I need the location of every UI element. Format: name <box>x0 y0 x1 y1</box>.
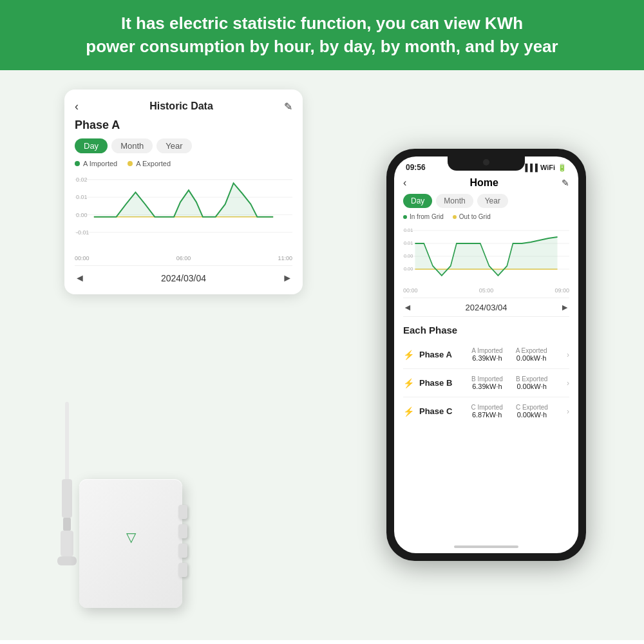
tab-bar: Day Month Year <box>75 138 292 153</box>
phase-row-b[interactable]: ⚡ Phase B B Imported 6.39kW·h B Exported… <box>403 369 569 397</box>
each-phase-title: Each Phase <box>403 325 569 336</box>
card-edit-button[interactable]: ✎ <box>284 100 292 113</box>
device-button-2[interactable] <box>178 524 187 538</box>
x-label-1: 06:00 <box>176 255 191 261</box>
legend-exported: A Exported <box>128 160 171 167</box>
phase-b-imported-value: 6.39kW·h <box>471 383 503 390</box>
phase-a-label: Phase A <box>75 118 292 132</box>
phase-row-a[interactable]: ⚡ Phase A A Imported 6.39kW·h A Exported… <box>403 341 569 369</box>
historic-data-card: ‹ Historic Data ✎ Phase A Day Month Year… <box>64 90 303 294</box>
legend-imported-label: A Imported <box>83 160 117 167</box>
device-button-1[interactable] <box>178 505 187 519</box>
phase-a-values: A Imported 6.39kW·h A Exported 0.00kW·h <box>471 347 547 362</box>
phone-nav-title: Home <box>469 177 498 189</box>
phase-c-values: C Imported 6.87kW·h C Exported 0.00kW·h <box>471 404 548 419</box>
device-button-4[interactable] <box>178 563 187 577</box>
phase-b-left: ⚡ Phase B <box>403 378 452 388</box>
device-button-3[interactable] <box>178 544 187 558</box>
phase-a-left: ⚡ Phase A <box>403 350 452 360</box>
phone-screen: 09:56 ▐▐▐ WiFi 🔋 ‹ Home ✎ <box>394 156 578 553</box>
right-section: 09:56 ▐▐▐ WiFi 🔋 ‹ Home ✎ <box>377 78 596 632</box>
phone-date-next[interactable]: ► <box>560 302 569 312</box>
phase-b-exported-label: B Exported <box>516 375 547 383</box>
phase-a-exported-value: 0.00kW·h <box>516 354 547 362</box>
phone-x-0: 00:00 <box>403 287 418 294</box>
phone-date-prev[interactable]: ◄ <box>403 302 412 312</box>
card-title: Historic Data <box>149 100 213 112</box>
phase-b-exported-value: 0.00kW·h <box>516 383 547 390</box>
phase-a-imported-value: 6.39kW·h <box>471 354 502 362</box>
phase-c-exported-value: 0.00kW·h <box>516 411 548 419</box>
header-line2: power consumption by hour, by day, by mo… <box>86 37 558 56</box>
svg-text:0.00: 0.00 <box>404 266 413 272</box>
device-buttons <box>178 505 187 577</box>
svg-text:0.01: 0.01 <box>76 193 87 200</box>
phase-c-icon: ⚡ <box>403 406 414 417</box>
phone-date-nav: ◄ 2024/03/04 ► <box>403 298 569 317</box>
device-logo-icon: ▽ <box>126 529 136 545</box>
phone-x-1: 05:00 <box>479 287 494 294</box>
wifi-icon: WiFi <box>540 164 555 171</box>
device-area: ▽ <box>61 363 254 608</box>
phase-row-c[interactable]: ⚡ Phase C C Imported 6.87kW·h C Exported… <box>403 397 569 425</box>
battery-icon: 🔋 <box>558 164 567 172</box>
phase-b-imported-label: B Imported <box>471 375 503 383</box>
date-navigation: ◄ 2024/03/04 ► <box>75 265 292 284</box>
antenna-base <box>62 479 72 518</box>
antenna-foot <box>57 556 77 565</box>
phone-content: ‹ Home ✎ Day Month Year In fro <box>394 175 578 425</box>
phone-legend-out-label: Out to Grid <box>459 213 491 220</box>
main-content: ‹ Historic Data ✎ Phase A Day Month Year… <box>0 70 644 640</box>
phone-camera <box>483 159 489 166</box>
header-banner: It has electric statistic function, you … <box>0 0 644 70</box>
tab-month[interactable]: Month <box>111 138 153 153</box>
date-next-button[interactable]: ► <box>282 272 292 284</box>
phone-legend-in-label: In from Grid <box>410 213 444 220</box>
date-display: 2024/03/04 <box>161 273 206 283</box>
phone-tab-day[interactable]: Day <box>403 194 432 208</box>
chart-legend: A Imported A Exported <box>75 160 292 167</box>
phase-a-name: Phase A <box>419 350 452 359</box>
status-icons: ▐▐▐ WiFi 🔋 <box>522 164 567 172</box>
date-prev-button[interactable]: ◄ <box>75 272 85 284</box>
phone-home-bar <box>454 545 518 548</box>
phase-c-imported-label: C Imported <box>471 404 502 411</box>
chart-x-labels: 00:00 06:00 11:00 <box>75 255 292 261</box>
phase-c-name: Phase C <box>419 406 452 416</box>
phone-tab-year[interactable]: Year <box>477 194 508 208</box>
phone-chart-legend: In from Grid Out to Grid <box>403 213 569 220</box>
x-label-2: 11:00 <box>278 255 292 261</box>
phone-edit-button[interactable]: ✎ <box>562 178 569 188</box>
svg-text:0.02: 0.02 <box>76 176 87 183</box>
svg-text:0.00: 0.00 <box>76 211 87 218</box>
tab-day[interactable]: Day <box>75 138 108 153</box>
phone-legend-out-dot <box>453 215 457 219</box>
left-section: ‹ Historic Data ✎ Phase A Day Month Year… <box>48 83 319 627</box>
phase-b-arrow: › <box>567 379 569 388</box>
phone-tab-month[interactable]: Month <box>436 194 473 208</box>
chart-svg: 0.02 0.01 0.00 -0.01 <box>75 173 292 250</box>
phone-legend-in: In from Grid <box>403 213 444 220</box>
phase-c-arrow: › <box>567 407 569 416</box>
svg-marker-8 <box>94 183 273 216</box>
phone-legend-out: Out to Grid <box>453 213 491 220</box>
antenna-top <box>65 402 69 479</box>
phase-a-imported: A Imported 6.39kW·h <box>471 347 502 362</box>
legend-dot-yellow <box>128 161 133 166</box>
legend-imported: A Imported <box>75 160 117 167</box>
antenna-connector <box>63 518 71 531</box>
card-back-button[interactable]: ‹ <box>75 100 79 113</box>
legend-exported-label: A Exported <box>136 160 171 167</box>
svg-text:-0.01: -0.01 <box>76 228 89 235</box>
chart-area: 0.02 0.01 0.00 -0.01 <box>75 173 292 250</box>
tab-year[interactable]: Year <box>156 138 191 153</box>
phone-legend-in-dot <box>403 215 407 219</box>
signal-icon: ▐▐▐ <box>522 164 537 171</box>
antenna-mount <box>61 531 73 556</box>
phone-back-button[interactable]: ‹ <box>403 177 406 189</box>
device-box: ▽ <box>79 479 182 608</box>
phase-b-imported: B Imported 6.39kW·h <box>471 375 503 390</box>
phase-a-arrow: › <box>567 350 569 359</box>
phase-c-imported: C Imported 6.87kW·h <box>471 404 502 419</box>
antenna <box>61 402 73 582</box>
